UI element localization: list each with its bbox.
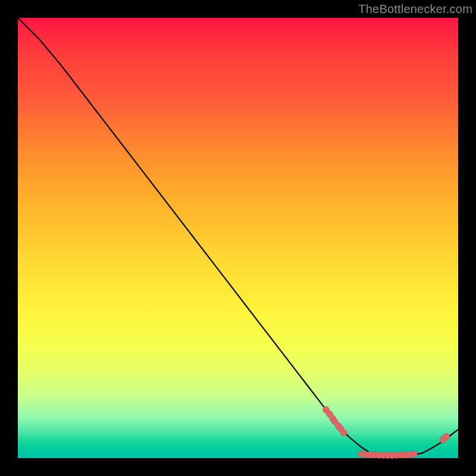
main-line <box>18 18 458 456</box>
data-point-marker <box>443 433 450 440</box>
chart-frame: TheBottlenecker.com <box>0 0 476 476</box>
credit-text: TheBottlenecker.com <box>358 2 472 16</box>
line-series <box>18 18 458 456</box>
plot-area <box>18 18 458 458</box>
marker-series <box>323 406 450 459</box>
chart-overlay-svg <box>18 18 458 458</box>
data-point-marker <box>411 450 418 457</box>
data-point-marker <box>340 430 347 436</box>
